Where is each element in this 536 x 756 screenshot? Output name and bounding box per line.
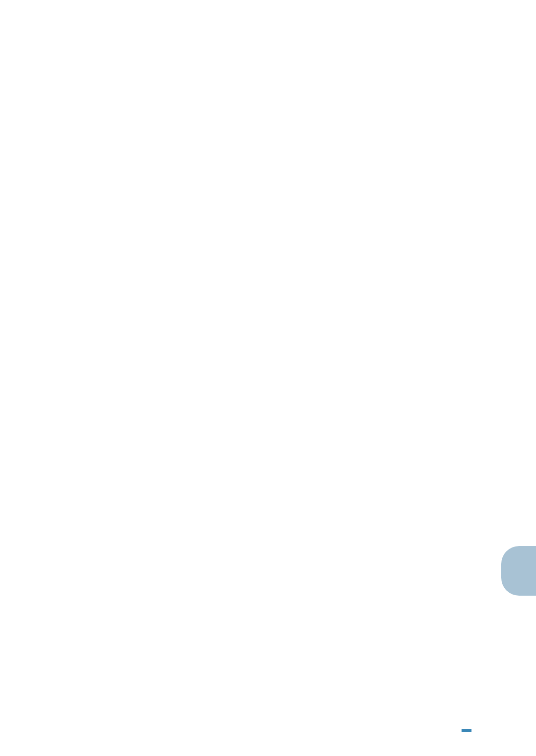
chapter-tab — [501, 546, 536, 596]
page-number-box — [462, 729, 471, 732]
document-page — [0, 0, 536, 756]
page-footer — [456, 729, 471, 732]
